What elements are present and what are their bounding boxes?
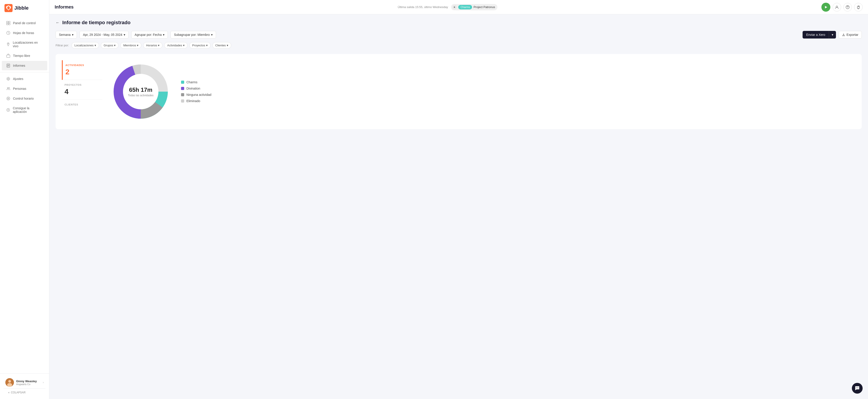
- legend-dot-eliminado: [181, 99, 184, 103]
- group-by-chevron-icon: ▾: [163, 33, 164, 36]
- subgroup-by-selector[interactable]: Subagrupar por: Miembro ▾: [170, 31, 216, 38]
- export-label: Exportar: [846, 33, 858, 36]
- subgroup-by-label: Subagrupar por: Miembro: [174, 33, 210, 36]
- legend-dot-divination: [181, 87, 184, 90]
- filter-grupos[interactable]: Grupos ▾: [101, 42, 119, 48]
- legend-label-charms: Charms: [186, 80, 197, 84]
- sidebar-item-time-control[interactable]: Control horario: [2, 94, 47, 103]
- location-icon: [6, 42, 10, 46]
- svg-point-20: [847, 8, 848, 8]
- period-selector[interactable]: Semana ▾: [56, 31, 77, 38]
- sidebar-item-timesheets[interactable]: Hojas de horas: [2, 28, 47, 38]
- svg-point-16: [8, 380, 11, 383]
- svg-rect-3: [6, 23, 8, 25]
- settings-nav-icon: [6, 77, 10, 81]
- svg-point-30: [857, 388, 858, 388]
- svg-point-29: [856, 388, 857, 388]
- filter-actividades[interactable]: Actividades ▾: [164, 42, 187, 48]
- report-card: ACTIVIDADES 2 PROYECTOS 4 CLIENTES: [56, 54, 862, 129]
- page-content: ← Informe de tiempo registrado Semana ▾ …: [49, 14, 868, 399]
- sidebar: Jibble Panel de control Hojas de horas: [0, 0, 49, 399]
- timer-pill[interactable]: ▶ Charms Project Patronus: [451, 4, 497, 10]
- chevron-right-icon: ›: [43, 381, 44, 384]
- svg-rect-7: [7, 55, 10, 58]
- collapse-label: COLAPSAR: [11, 391, 26, 394]
- svg-point-9: [7, 88, 8, 89]
- user-icon-btn[interactable]: [833, 3, 841, 11]
- filter-miembros[interactable]: Miembros ▾: [120, 42, 142, 48]
- time-control-icon: [6, 97, 10, 101]
- filter-chevron-5: ▾: [183, 44, 185, 47]
- sidebar-bottom: Ginny Weasley Hogwarts Co › « COLAPSAR: [0, 373, 49, 399]
- clients-stat-label: CLIENTES: [65, 103, 102, 106]
- legend-item-charms: Charms: [181, 80, 211, 84]
- filter-chevron-1: ▾: [95, 44, 96, 47]
- svg-point-6: [8, 43, 8, 44]
- filter-row: Filtrar por: Localizaciones ▾ Grupos ▾ M…: [56, 42, 862, 48]
- sidebar-item-reports[interactable]: Informes: [2, 61, 47, 70]
- legend-item-ninguna: Ninguna actividad: [181, 93, 211, 97]
- question-icon: [846, 5, 849, 9]
- export-button[interactable]: Exportar: [839, 31, 862, 38]
- help-icon-btn[interactable]: [843, 3, 852, 11]
- user-profile[interactable]: Ginny Weasley Hogwarts Co ›: [4, 376, 45, 389]
- donut-center: 65h 17m Todas las actividades: [128, 87, 153, 97]
- activities-stat-value: 2: [65, 68, 102, 76]
- sidebar-item-get-app[interactable]: Consigue la aplicación: [2, 104, 47, 116]
- legend-item-eliminado: Eliminado: [181, 99, 211, 103]
- header-center: Última salida 15:55, último Wednesday ▶ …: [77, 4, 818, 10]
- svg-point-31: [858, 388, 858, 388]
- chat-button[interactable]: [852, 383, 863, 394]
- svg-rect-12: [8, 98, 8, 99]
- legend-item-divination: Divination: [181, 87, 211, 90]
- sidebar-item-people[interactable]: Personas: [2, 84, 47, 93]
- filter-localizaciones[interactable]: Localizaciones ▾: [71, 42, 99, 48]
- notifications-icon: [856, 5, 860, 9]
- xero-dropdown-button[interactable]: ▾: [829, 31, 836, 38]
- briefcase-icon: [6, 54, 10, 58]
- reports-label: Informes: [13, 64, 25, 67]
- filter-clientes[interactable]: Clientes ▾: [212, 42, 231, 48]
- user-icon: [835, 5, 839, 9]
- activities-stat-label: ACTIVIDADES: [65, 64, 102, 67]
- projects-stat: PROYECTOS 4: [62, 80, 102, 100]
- notifications-icon-btn[interactable]: [854, 3, 863, 11]
- play-button[interactable]: [822, 3, 830, 12]
- filter-proyectos[interactable]: Proyectos ▾: [189, 42, 211, 48]
- page-header: ← Informe de tiempo registrado: [56, 20, 862, 26]
- svg-point-22: [859, 6, 860, 6]
- sidebar-item-dashboard[interactable]: Panel de control: [2, 19, 47, 28]
- grid-icon: [6, 21, 10, 25]
- xero-send-button[interactable]: Enviar a Xero: [803, 31, 829, 38]
- user-company: Hogwarts Co: [16, 383, 40, 386]
- sidebar-item-live-locations[interactable]: Localizaciones en vivo: [2, 38, 47, 51]
- collapse-sidebar-btn[interactable]: « COLAPSAR: [4, 389, 45, 396]
- document-icon: [6, 64, 10, 68]
- back-button[interactable]: ←: [56, 21, 60, 25]
- legend-label-divination: Divination: [186, 87, 200, 90]
- date-range-selector[interactable]: Apr, 29 2024 - May, 05 2024 ▾: [80, 31, 129, 38]
- toolbar: Semana ▾ Apr, 29 2024 - May, 05 2024 ▾ A…: [56, 31, 862, 38]
- filter-chevron-3: ▾: [137, 44, 138, 47]
- projects-stat-label: PROYECTOS: [65, 84, 102, 86]
- logo-area: Jibble: [0, 0, 49, 16]
- clock-icon: [6, 31, 10, 35]
- donut-chart: 65h 17m Todas las actividades: [109, 60, 172, 123]
- date-chevron-icon: ▾: [124, 33, 125, 36]
- sidebar-item-settings[interactable]: Ajustes: [2, 74, 47, 84]
- svg-point-10: [9, 88, 10, 89]
- svg-point-18: [836, 6, 838, 7]
- filter-horarios[interactable]: Horarios ▾: [143, 42, 162, 48]
- svg-rect-13: [8, 98, 9, 99]
- donut-subtitle: Todas las actividades: [128, 94, 153, 97]
- user-info: Ginny Weasley Hogwarts Co: [16, 379, 40, 386]
- sidebar-item-time-off[interactable]: Tiempo libre: [2, 51, 47, 61]
- time-off-label: Tiempo libre: [13, 54, 30, 58]
- live-locations-label: Localizaciones en vivo: [13, 41, 43, 48]
- svg-point-17: [7, 383, 12, 387]
- get-app-label: Consigue la aplicación: [13, 106, 43, 113]
- timesheets-label: Hojas de horas: [13, 31, 34, 35]
- play-icon: [824, 5, 828, 9]
- projects-stat-value: 4: [65, 88, 102, 96]
- group-by-selector[interactable]: Agrupar por: Fecha ▾: [131, 31, 168, 38]
